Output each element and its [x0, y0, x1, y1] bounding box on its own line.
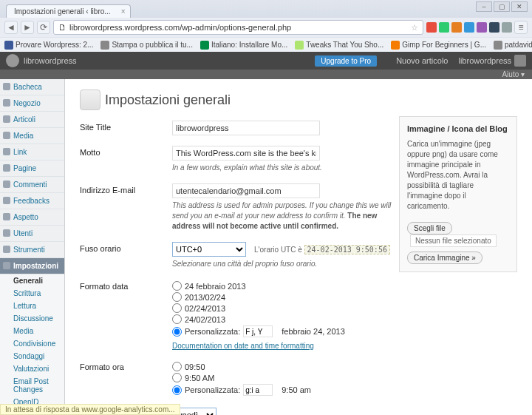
sidebar-sub-general[interactable]: Generali	[0, 274, 64, 287]
sidebar-item-media[interactable]: Media	[0, 128, 64, 144]
timeformat-custom-input[interactable]	[243, 384, 273, 396]
sidebar-sub-emailpost[interactable]: Email Post Changes	[0, 375, 64, 396]
bookmark[interactable]: Gimp For Beginners | G...	[391, 41, 486, 50]
motto-label: Motto	[80, 146, 172, 173]
blog-image-title: Immagine / Icona del Blog	[407, 124, 509, 133]
dateformat-radio[interactable]	[172, 314, 182, 324]
timezone-desc: Selezionare una città del proprio fuso o…	[172, 259, 401, 269]
sidebar-item-links[interactable]: Link	[0, 144, 64, 161]
bookmark[interactable]: Italiano: Installare Mo...	[200, 41, 287, 50]
bookmark[interactable]: Provare Wordpress: 2...	[4, 41, 93, 50]
timezone-label: Fuso orario	[80, 242, 172, 269]
dateformat-radio[interactable]	[172, 281, 182, 291]
dateformat-label: Formato data	[80, 280, 172, 350]
site-name[interactable]: librowordpress	[24, 56, 77, 65]
forward-button[interactable]: ►	[21, 21, 34, 34]
sidebar-item-appearance[interactable]: Aspetto	[0, 209, 64, 226]
sidebar-sub-sharing[interactable]: Condivisione	[0, 337, 64, 350]
page-icon: 🗋	[58, 23, 66, 32]
email-label: Indirizzo E-mail	[80, 183, 172, 232]
sidebar-sub-media[interactable]: Media	[0, 325, 64, 337]
timeformat-label: Formato ora	[80, 360, 172, 397]
sidebar-sub-discussion[interactable]: Discussione	[0, 312, 64, 325]
new-post-link[interactable]: Nuovo articolo	[396, 56, 448, 65]
close-icon[interactable]: ×	[121, 7, 126, 16]
sidebar-item-comments[interactable]: Commenti	[0, 177, 64, 193]
admin-sidebar: Bacheca Negozio Articoli Media Link Pagi…	[0, 79, 65, 415]
settings-icon	[80, 90, 100, 110]
bookmark[interactable]: patdavid.net: Getting ...	[494, 41, 532, 50]
sidebar-item-feedbacks[interactable]: Feedbacks	[0, 193, 64, 209]
extensions: ≡	[426, 21, 528, 34]
tab-title: Impostazioni generali ‹ libro...	[14, 7, 111, 16]
sidebar-item-posts[interactable]: Articoli	[0, 112, 64, 128]
back-button[interactable]: ◄	[4, 21, 18, 34]
email-desc: This address is used for admin purposes.…	[172, 200, 401, 232]
page-title: Impostazioni generali	[80, 90, 517, 110]
timeformat-radio[interactable]	[172, 373, 182, 382]
bookmark[interactable]: Stampa o pubblica il tu...	[100, 41, 193, 50]
sidebar-sub-writing[interactable]: Scrittura	[0, 287, 64, 300]
utc-now: L'orario UTC è 24-02-2013 9:50:56	[254, 246, 390, 254]
sidebar-sub-reading[interactable]: Lettura	[0, 300, 64, 312]
dateformat-custom-input[interactable]	[243, 325, 273, 337]
sidebar-item-pages[interactable]: Pagine	[0, 161, 64, 177]
timezone-select[interactable]: UTC+0	[172, 242, 246, 257]
timeformat-radio-custom[interactable]	[172, 385, 182, 395]
upload-image-button[interactable]: Carica Immagine »	[407, 252, 482, 264]
avatar[interactable]	[514, 55, 526, 67]
address-bar[interactable]: 🗋 librowordpress.wordpress.com/wp-admin/…	[53, 20, 423, 35]
choose-file-button[interactable]: Scegli file	[407, 222, 452, 235]
email-input[interactable]	[172, 183, 320, 198]
dateformat-radio[interactable]	[172, 303, 182, 313]
window-controls[interactable]: –▢✕	[476, 1, 528, 12]
bookmarks-bar: Provare Wordpress: 2... Stampa o pubblic…	[0, 37, 532, 52]
sidebar-sub-polls[interactable]: Sondaggi	[0, 350, 64, 362]
blog-image-box: Immagine / Icona del Blog Carica un'imma…	[399, 116, 517, 272]
upgrade-button[interactable]: Upgrade to Pro	[315, 55, 377, 67]
file-name-display: Nessun file selezionato	[410, 235, 497, 247]
user-menu[interactable]: librowordpress	[458, 56, 511, 65]
timeformat-radio[interactable]	[172, 362, 182, 371]
sidebar-item-tools[interactable]: Strumenti	[0, 242, 64, 258]
reload-button[interactable]: ⟳	[37, 21, 50, 34]
motto-desc: In a few words, explain what this site i…	[172, 163, 401, 173]
bookmark[interactable]: Tweaks That You Sho...	[295, 41, 383, 50]
sidebar-item-store[interactable]: Negozio	[0, 95, 64, 112]
motto-input[interactable]	[172, 146, 320, 161]
site-title-input[interactable]	[172, 121, 320, 135]
sidebar-item-users[interactable]: Utenti	[0, 226, 64, 242]
help-tab[interactable]: Aiuto ▾	[0, 70, 532, 79]
browser-tab[interactable]: Impostazioni generali ‹ libro... ×	[6, 4, 131, 18]
dateformat-radio[interactable]	[172, 292, 182, 302]
site-title-label: Site Title	[80, 121, 172, 135]
browser-status-bar: In attesa di risposta da www.google-anal…	[0, 404, 180, 415]
dateformat-doc-link[interactable]: Documentation on date and time formattin…	[172, 342, 314, 350]
star-icon[interactable]: ☆	[411, 23, 418, 33]
dateformat-radio-custom[interactable]	[172, 327, 182, 337]
sidebar-item-dashboard[interactable]: Bacheca	[0, 79, 64, 95]
wp-logo-icon[interactable]	[6, 54, 19, 67]
blog-image-desc: Carica un'immagine (jpeg oppure png) da …	[407, 139, 509, 212]
menu-icon[interactable]: ≡	[514, 21, 528, 34]
wp-admin-bar: librowordpress Upgrade to Pro Nuovo arti…	[0, 52, 532, 70]
sidebar-item-settings[interactable]: Impostazioni	[0, 258, 64, 274]
sidebar-sub-ratings[interactable]: Valutazioni	[0, 362, 64, 375]
